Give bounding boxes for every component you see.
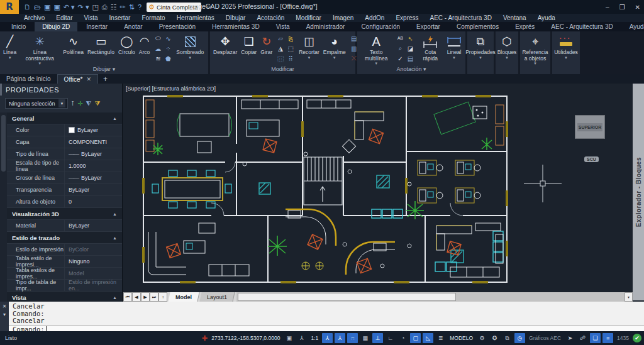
floor-plan[interactable] [123, 84, 633, 292]
tab-vista[interactable]: Vista [269, 22, 297, 31]
tab-complementos[interactable]: Complementos [449, 22, 506, 31]
linea-constructiva-button[interactable]: ✳ Línea constructiva▼ [18, 33, 61, 66]
dibujar-small-tools[interactable]: ⬭∿ ☁⁘ ≋⬟ [152, 33, 174, 64]
ortho-icon[interactable]: ⊥ [372, 333, 383, 343]
help-icon[interactable]: ? [138, 3, 142, 11]
tab-insertar[interactable]: Insertar [79, 22, 115, 31]
cota-rapida-button[interactable]: Cota rápida [416, 33, 444, 62]
doc-tab-office[interactable]: Office*✕ [57, 74, 98, 84]
modificar-small-tools[interactable]: ▱⧎ ◮⬚ ⿲⠿ [274, 33, 297, 64]
status-ok-icon[interactable]: ✔ [633, 334, 641, 342]
property-row-tipo-linea[interactable]: Tipo de línea ——ByLayer [7, 148, 122, 160]
property-row-escala-tipo-linea[interactable]: Escala de tipo de línea 1.0000 [7, 160, 122, 172]
property-row-altura-objeto[interactable]: Altura de objeto 0 [7, 196, 122, 208]
filter-clear-icon[interactable]: ⧩ [95, 100, 101, 107]
tab-administrador[interactable]: Administrador [299, 22, 353, 31]
copiar-button[interactable]: ❏ Copiar [239, 33, 258, 57]
quick-select-icon[interactable]: ⊺ [71, 100, 74, 107]
model-tab[interactable]: Model [168, 292, 199, 302]
first-tab-button[interactable]: ⏮ [123, 292, 132, 302]
prev-tab-button[interactable]: ◀ [132, 292, 141, 302]
property-row-material[interactable]: Material ByLayer [7, 220, 122, 232]
new-tab-button[interactable]: + [98, 74, 113, 84]
property-row-estilo-impresion[interactable]: Estilo de impresión ByColor [7, 244, 122, 256]
property-row-tipo-tabla[interactable]: Tipo de tabla de impr... Estilo de impre… [7, 280, 122, 292]
tab-expres[interactable]: Exprés [508, 22, 542, 31]
property-row-tabla-estilo[interactable]: Tabla estilo de impresi... Ninguno [7, 256, 122, 268]
menu-modificar[interactable]: Modificar [296, 14, 321, 21]
lineal-button[interactable]: Lineal▼ [444, 33, 464, 60]
etrack-icon[interactable]: ▢ [410, 333, 421, 343]
menu-acotacion[interactable]: Acotación [257, 14, 284, 21]
save-all-icon[interactable]: ▣ [53, 3, 60, 11]
anotacion-panel-label[interactable]: Anotación ▾ [357, 66, 465, 74]
aec-graphics-icon[interactable]: ◷ [514, 333, 525, 343]
empalme-button[interactable]: ◕ Empalme▼ [321, 33, 348, 60]
snap-grid-icon[interactable]: ⁙ [347, 333, 358, 343]
add-layout-button[interactable]: ＋ [158, 292, 167, 302]
tab-configuracion[interactable]: Configuración [353, 22, 408, 31]
menu-herramientas[interactable]: Herramientas [177, 14, 214, 21]
render-icon[interactable]: ◳ [92, 3, 98, 11]
ucs-badge[interactable]: SCU [584, 156, 599, 162]
view-cube[interactable]: SUPERIOR [575, 115, 605, 139]
print-icon[interactable]: ⎙ [102, 3, 108, 11]
recortar-button[interactable]: ◫ Recortar▼ [297, 33, 321, 60]
viewport-label[interactable]: [Superior] [Estructura alámbrica 2D] [126, 85, 216, 92]
propiedades-button[interactable]: ⧉ Propiedades▼ [464, 33, 497, 60]
viewport-frame-icon[interactable]: ▣ [284, 333, 294, 343]
command-grip[interactable]: ✕▾ [0, 302, 9, 331]
menu-ventana[interactable]: Ventana [503, 14, 526, 21]
menu-addon[interactable]: AddOn [365, 14, 384, 21]
texto-multilinea-button[interactable]: A Texto multilínea▼ [358, 33, 394, 66]
tab-aec-arquitectura[interactable]: AEC - Arquitectura 3D [543, 22, 620, 31]
annotation-auto-icon[interactable]: ⅄ [335, 333, 345, 343]
property-row-capa[interactable]: Capa COMPONENTI [7, 136, 122, 148]
coordinates-display[interactable]: 2733.7122,-158.5307,0.0000 [209, 335, 282, 341]
close-tab-icon[interactable]: ✕ [86, 76, 91, 82]
grid-display-icon[interactable]: ▦ [360, 333, 370, 343]
dibujar-panel-label[interactable]: Dibujar ▾ [0, 66, 208, 74]
modificar-panel-label[interactable]: Modificar [210, 66, 355, 74]
license-badge-icon[interactable]: ✪ [489, 333, 500, 343]
tab-dibujo-2d[interactable]: Dibujo 2D [35, 22, 77, 31]
scale-value[interactable]: 1:1 [309, 335, 320, 341]
close-button[interactable]: ✕ [635, 4, 640, 11]
rectangulo-button[interactable]: ▭ Rectángulo [86, 33, 116, 57]
polilinea-button[interactable]: ∿ Polilínea [61, 33, 86, 57]
menu-imagen[interactable]: Imagen [333, 14, 353, 21]
next-tab-button[interactable]: ▶ [141, 292, 150, 302]
transparency-toggle-icon[interactable]: ≣ [435, 333, 446, 343]
arco-button[interactable]: ◠ Arco [137, 33, 152, 57]
lineweight-toggle-icon[interactable]: ◺ [423, 333, 433, 343]
menu-editar[interactable]: Editar [56, 14, 72, 21]
property-row-color[interactable]: Color ByLayer [7, 124, 122, 136]
referencia-objetos-button[interactable]: ⌖ Referencia a objetos▼ [520, 33, 550, 66]
utilidades-button[interactable]: Utilidades▼ [552, 33, 579, 60]
tab-inicio[interactable]: Inicio [4, 22, 33, 31]
redo-icon[interactable]: ↷ ▾ [78, 3, 89, 11]
menu-insertar[interactable]: Insertar [109, 14, 131, 21]
section-estilo-trazado[interactable]: Estilo de trazado▲ [7, 232, 122, 244]
esnap-icon[interactable]: ◔ [397, 333, 408, 343]
pointer-mode-icon[interactable]: ➤ [565, 333, 575, 343]
tab-ayuda[interactable]: Ayuda [622, 22, 644, 31]
tab-anotar[interactable]: Anotar [116, 22, 150, 31]
menu-formato[interactable]: Formato [142, 14, 165, 21]
selection-combo[interactable]: Ninguna selección▼ [5, 98, 68, 109]
section-general[interactable]: General▲ [7, 112, 122, 124]
section-vista[interactable]: Vista▲ [7, 292, 122, 302]
menu-aec[interactable]: AEC - Arquitectura 3D [430, 14, 492, 21]
open-file-icon[interactable]: 🗁 [34, 3, 41, 11]
menu-dibujar[interactable]: Dibujar [226, 14, 246, 21]
annotation-scale-icon[interactable]: ⅄ [296, 333, 307, 343]
layout1-tab[interactable]: Layout1 [199, 292, 235, 302]
new-file-icon[interactable]: 🗋 [24, 3, 31, 11]
bloques-button[interactable]: ⬡ Bloques▼ [496, 33, 519, 60]
tab-presentacion[interactable]: Presentación [152, 22, 203, 31]
panels-icon[interactable]: ❏ [590, 333, 601, 343]
collaboration-icon[interactable]: ☍ [577, 333, 588, 343]
settings-gear-icon[interactable]: ⚙ [477, 333, 487, 343]
anotacion-small-tools[interactable]: ᴬᴮ➴ ⌕◪ ✓▤ [394, 33, 416, 64]
props-scrollbar[interactable] [0, 112, 7, 302]
